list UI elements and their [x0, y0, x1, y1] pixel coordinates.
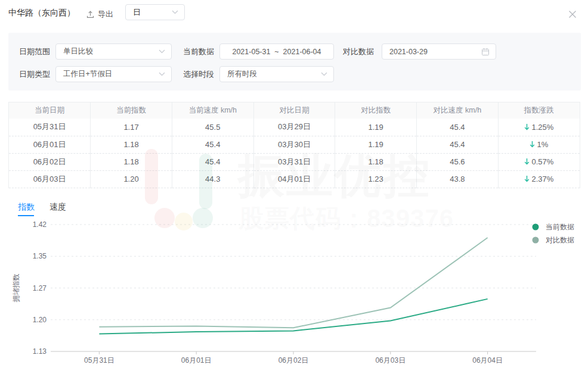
tab-active-underline	[18, 215, 34, 216]
table-cell: 03月30日	[253, 136, 335, 153]
table-cell: 1.18	[91, 153, 172, 170]
table-col-header: 指数涨跌	[498, 102, 580, 119]
table-cell: 45.4	[417, 119, 499, 136]
series-line-对比数据	[99, 238, 487, 328]
table-cell: 03月29日	[253, 119, 335, 136]
chevron-down-icon	[159, 49, 165, 54]
y-axis-name: 拥堵指数	[12, 274, 20, 303]
table-cell: 1.19	[335, 136, 417, 153]
compare-data-label: 对比数据	[343, 43, 374, 60]
x-tick-label: 06月04日	[472, 356, 503, 365]
table-cell: 45.4	[172, 153, 253, 170]
y-tick-label: 1.20	[33, 316, 47, 324]
table-row: 06月01日1.1845.403月30日1.1945.41%	[9, 136, 580, 153]
line-chart: 1.131.201.271.351.4205月31日06月01日06月02日06…	[0, 220, 588, 383]
unit-select-value: 日	[133, 7, 141, 18]
table-cell: 06月03日	[9, 170, 91, 188]
date-type-label: 日期类型	[19, 66, 50, 82]
x-tick-label: 05月31日	[84, 356, 114, 365]
index-change-cell: 1%	[498, 136, 580, 153]
table-cell: 45.4	[172, 136, 253, 153]
table-cell: 45.4	[417, 136, 499, 153]
table-col-header: 当前日期	[9, 102, 91, 119]
time-period-select[interactable]: 所有时段	[219, 66, 334, 82]
chevron-down-icon	[172, 10, 178, 14]
index-change-cell: 2.37%	[498, 170, 580, 188]
down-arrow-icon	[530, 141, 535, 148]
upload-icon	[86, 10, 94, 18]
date-range-label: 日期范围	[19, 43, 50, 60]
compare-data-date-input[interactable]: 2021-03-29	[382, 43, 496, 60]
table-cell: 1.17	[91, 119, 172, 136]
table-col-header: 对比日期	[253, 102, 335, 119]
table-row: 05月31日1.1745.503月29日1.1945.41.25%	[9, 119, 580, 136]
current-data-label: 当前数据	[183, 43, 214, 60]
chevron-down-icon	[321, 72, 327, 76]
y-tick-label: 1.27	[33, 284, 47, 292]
unit-select[interactable]: 日	[125, 4, 185, 20]
date-type-value: 工作日+节假日	[63, 69, 112, 79]
y-tick-label: 1.35	[33, 252, 47, 260]
y-tick-label: 1.42	[33, 220, 47, 229]
x-tick-label: 06月01日	[181, 356, 212, 365]
time-period-value: 所有时段	[227, 69, 257, 79]
close-button[interactable]	[567, 9, 578, 20]
down-arrow-icon	[524, 175, 530, 182]
date-type-select[interactable]: 工作日+节假日	[55, 66, 172, 82]
export-button[interactable]: 导出	[86, 9, 113, 20]
table-header: 当前日期当前指数当前速度 km/h对比日期对比指数对比速度 km/h指数涨跌	[9, 102, 580, 119]
table-cell: 03月31日	[253, 153, 335, 170]
current-data-value: 2021-05-31 ~ 2021-06-04	[232, 48, 321, 56]
tab-index[interactable]: 指数	[18, 202, 35, 213]
series-line-当前数据	[99, 299, 487, 334]
filter-panel: 日期范围 单日比较 当前数据 2021-05-31 ~ 2021-06-04 对…	[8, 33, 581, 91]
traffic-analysis-panel: 中华路（东向西） 导出 日 日期范围 单日比较 当前数据 2021-05-31 …	[0, 0, 588, 383]
table-col-header: 当前速度 km/h	[172, 102, 253, 119]
compare-data-value: 2021-03-29	[389, 48, 428, 56]
table-col-header: 对比指数	[335, 102, 417, 119]
calendar-icon	[481, 48, 490, 56]
x-tick-label: 06月02日	[278, 356, 309, 365]
table-cell: 45.6	[417, 153, 499, 170]
table-cell: 1.20	[91, 170, 172, 188]
legend-label[interactable]: 对比数据	[546, 236, 574, 244]
index-change-cell: 1.25%	[498, 119, 580, 136]
table-cell: 05月31日	[9, 119, 91, 136]
table-row: 06月03日1.2044.304月01日1.2343.82.37%	[9, 170, 580, 188]
time-period-label: 选择时段	[183, 66, 214, 82]
page-title: 中华路（东向西）	[8, 8, 75, 18]
legend-label[interactable]: 当前数据	[546, 223, 574, 231]
chevron-down-icon	[159, 72, 165, 76]
date-range-value: 单日比较	[63, 46, 93, 57]
table-cell: 1.19	[335, 119, 417, 136]
table-col-header: 当前指数	[91, 102, 172, 119]
index-change-cell: 0.57%	[498, 153, 580, 170]
comparison-table: 当前日期当前指数当前速度 km/h对比日期对比指数对比速度 km/h指数涨跌 0…	[8, 102, 580, 188]
date-range-select[interactable]: 单日比较	[55, 43, 172, 60]
legend-dot[interactable]	[533, 224, 539, 231]
table-cell: 1.18	[335, 153, 417, 170]
x-tick-label: 06月03日	[375, 356, 406, 365]
export-label: 导出	[98, 9, 113, 20]
table-cell: 1.18	[91, 136, 172, 153]
table-cell: 04月01日	[253, 170, 335, 188]
down-arrow-icon	[524, 158, 530, 165]
table-col-header: 对比速度 km/h	[417, 102, 499, 119]
table-cell: 45.5	[172, 119, 253, 136]
table-cell: 06月02日	[9, 153, 91, 170]
table-cell: 06月01日	[9, 136, 91, 153]
table-row: 06月02日1.1845.403月31日1.1845.60.57%	[9, 153, 580, 170]
table-cell: 1.23	[335, 170, 417, 188]
legend-dot[interactable]	[533, 237, 539, 244]
down-arrow-icon	[524, 123, 530, 130]
table-cell: 43.8	[417, 170, 499, 188]
table-cell: 44.3	[172, 170, 253, 188]
y-tick-label: 1.13	[33, 347, 47, 356]
current-data-daterange-input[interactable]: 2021-05-31 ~ 2021-06-04	[219, 43, 334, 60]
tab-speed[interactable]: 速度	[49, 202, 66, 213]
